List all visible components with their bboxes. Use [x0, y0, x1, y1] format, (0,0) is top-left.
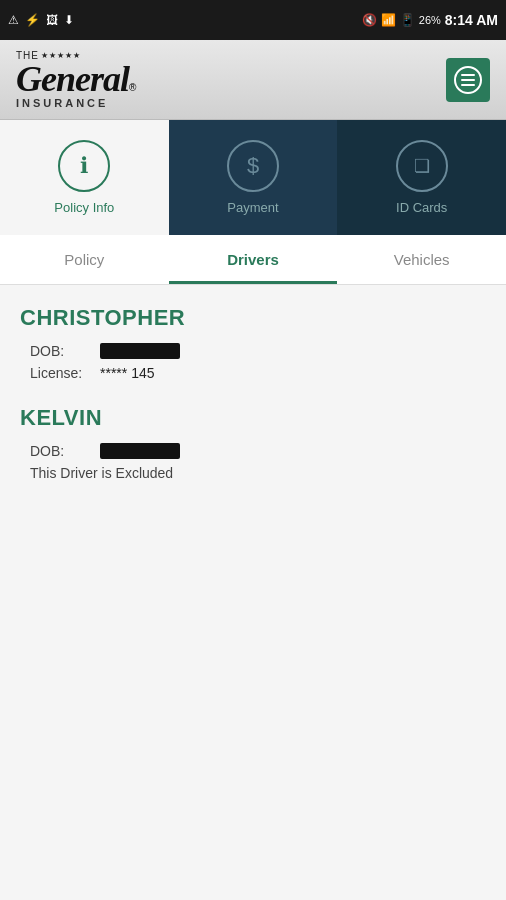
sub-tab-policy[interactable]: Policy [0, 235, 169, 284]
driver-christopher-name: CHRISTOPHER [20, 305, 486, 331]
tab-policy-info-label: Policy Info [54, 200, 114, 215]
kelvin-dob-field: DOB: [20, 443, 486, 459]
christopher-dob-redacted [100, 343, 180, 359]
tab-payment-label: Payment [227, 200, 278, 215]
sub-tab-vehicles[interactable]: Vehicles [337, 235, 506, 284]
id-cards-icon: ❏ [396, 140, 448, 192]
status-time: 8:14 AM [445, 12, 498, 28]
content-area: CHRISTOPHER DOB: License: ***** 145 KELV… [0, 285, 506, 900]
christopher-license-value: ***** 145 [100, 365, 155, 381]
menu-icon [454, 66, 482, 94]
wifi-icon: 📶 [381, 13, 396, 27]
hamburger-line-2 [461, 79, 475, 81]
kelvin-dob-redacted [100, 443, 180, 459]
sub-tab-drivers-label: Drivers [227, 251, 279, 268]
status-bar-right: 🔇 📶 📱 26% 8:14 AM [362, 12, 498, 28]
tab-navigation: ℹ Policy Info $ Payment ❏ ID Cards [0, 120, 506, 235]
hamburger-line-3 [461, 84, 475, 86]
download-icon: ⬇ [64, 13, 74, 27]
driver-christopher-section: CHRISTOPHER DOB: License: ***** 145 [20, 305, 486, 381]
logo-insurance-text: INSURANCE [16, 97, 108, 109]
driver-kelvin-section: KELVIN DOB: This Driver is Excluded [20, 405, 486, 481]
sub-tab-underline [169, 281, 338, 284]
sub-tab-navigation: Policy Drivers Vehicles [0, 235, 506, 285]
hamburger-line-1 [461, 74, 475, 76]
payment-icon: $ [227, 140, 279, 192]
image-icon: 🖼 [46, 13, 58, 27]
logo-general-text: General [16, 61, 129, 97]
signal-icon: 📱 [400, 13, 415, 27]
sub-tab-vehicles-label: Vehicles [394, 251, 450, 268]
christopher-license-label: License: [30, 365, 100, 381]
status-bar-left: ⚠ ⚡ 🖼 ⬇ [8, 13, 74, 27]
driver-kelvin-name: KELVIN [20, 405, 486, 431]
app-header: THE ★★★★★ General ® INSURANCE [0, 40, 506, 120]
mute-icon: 🔇 [362, 13, 377, 27]
warning-icon: ⚠ [8, 13, 19, 27]
christopher-dob-field: DOB: [20, 343, 486, 359]
kelvin-dob-label: DOB: [30, 443, 100, 459]
kelvin-excluded-text: This Driver is Excluded [20, 465, 486, 481]
policy-info-icon: ℹ [58, 140, 110, 192]
usb-icon: ⚡ [25, 13, 40, 27]
tab-payment[interactable]: $ Payment [169, 120, 338, 235]
tab-policy-info[interactable]: ℹ Policy Info [0, 120, 169, 235]
sub-tab-policy-label: Policy [64, 251, 104, 268]
hamburger-icon [461, 74, 475, 86]
tab-id-cards-label: ID Cards [396, 200, 447, 215]
tab-id-cards[interactable]: ❏ ID Cards [337, 120, 506, 235]
logo-registered: ® [129, 82, 136, 93]
christopher-dob-label: DOB: [30, 343, 100, 359]
christopher-license-field: License: ***** 145 [20, 365, 486, 381]
menu-button[interactable] [446, 58, 490, 102]
battery-indicator: 26% [419, 14, 441, 26]
sub-tab-drivers[interactable]: Drivers [169, 235, 338, 284]
status-bar: ⚠ ⚡ 🖼 ⬇ 🔇 📶 📱 26% 8:14 AM [0, 0, 506, 40]
app-logo: THE ★★★★★ General ® INSURANCE [16, 50, 136, 109]
